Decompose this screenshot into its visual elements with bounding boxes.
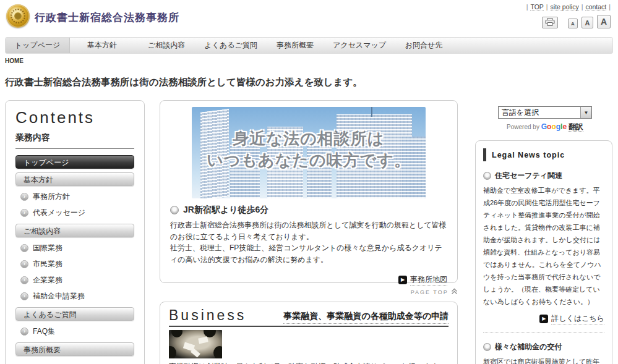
printer-icon xyxy=(545,17,555,28)
link-site-policy[interactable]: site policy xyxy=(551,3,579,11)
news-item-heading-text: 様々な補助金の交付 xyxy=(495,342,562,352)
news-header: Legal News topic xyxy=(483,148,604,161)
business-subheading: 事業融資、事業融資の各種助成金等の申請 xyxy=(283,311,448,324)
news-item-heading-text: 住宅セーフティ関連 xyxy=(495,171,562,181)
news-item-heading: 住宅セーフティ関連 xyxy=(483,171,604,181)
font-size-medium-button[interactable]: A xyxy=(582,17,593,28)
sidebar-menu: トップページ 基本方針 › 事務所方針 › 代表メッセージ ご相談内容 › 国際… xyxy=(15,155,134,356)
translate-link[interactable]: 翻訳 xyxy=(569,122,583,132)
photo-figure xyxy=(169,346,176,358)
nav-tab-policy[interactable]: 基本方針 xyxy=(70,38,134,53)
sidebar-item-international[interactable]: › 国際業務 xyxy=(20,243,134,253)
google-translate-credit: Powered by Google 翻訳 xyxy=(492,122,598,132)
global-nav: トップページ 基本方針 ご相談内容 よくあるご質問 事務所概要 アクセスマップ … xyxy=(5,37,613,54)
nav-tab-contact[interactable]: お問合せ先 xyxy=(392,38,456,53)
print-button[interactable] xyxy=(542,17,558,28)
business-header: Business 事業融資、事業融資の各種助成金等の申請 xyxy=(169,307,448,327)
utility-links: | TOP | site policy | contact | xyxy=(526,3,611,11)
separator: | xyxy=(526,3,528,11)
news-detail-link-label: 詳しくはこちら xyxy=(551,313,604,324)
sidebar: Contents 業務内容 トップページ 基本方針 › 事務所方針 › 代表メッ… xyxy=(5,100,145,364)
intro-paragraph-1: 行政書士新宿総合法務事務所は街の法務相談所として誠実を行動の規範として皆様のお役… xyxy=(170,219,447,242)
sidebar-item-label: 国際業務 xyxy=(33,243,62,253)
news-link-row: ▶ 詳しくはこちら xyxy=(483,311,604,324)
news-item-body: 補助金で空室改修工事ができます。平成26年度の民間住宅活用型住宅セーフティネット… xyxy=(483,184,604,308)
font-size-large-button[interactable]: A xyxy=(597,15,611,28)
heading-bar xyxy=(483,148,486,161)
language-select-value: 言語を選択 xyxy=(499,107,580,118)
dotted-divider xyxy=(483,332,604,332)
sidebar-item-faq-list[interactable]: › FAQ集 xyxy=(20,326,134,337)
business-title: Business xyxy=(169,307,246,324)
google-logo[interactable]: Google xyxy=(541,122,567,131)
separator: | xyxy=(609,3,611,11)
sidebar-item-corporate[interactable]: › 企業業務 xyxy=(20,275,134,286)
hero-image: 身近な法の相談所は いつもあなたの味方です。 xyxy=(192,107,426,198)
nav-tab-top[interactable]: トップページ xyxy=(6,38,70,53)
page: 行政書士新宿総合法務事務所 | TOP | site policy | cont… xyxy=(0,0,618,364)
photo-paper xyxy=(191,348,200,357)
sidebar-item-policy[interactable]: 基本方針 xyxy=(15,172,134,186)
language-select[interactable]: 言語を選択 ▼ xyxy=(498,106,592,119)
sidebar-item-label: FAQ集 xyxy=(33,326,55,337)
double-chevron-up-icon xyxy=(451,289,458,295)
nav-tab-access-map[interactable]: アクセスマップ xyxy=(327,38,392,53)
page-top-link[interactable]: PAGE TOP xyxy=(160,288,458,295)
legal-news-panel: Legal News topic 住宅セーフティ関連 補助金で空室改修工事ができ… xyxy=(475,140,612,364)
chevron-right-icon: › xyxy=(20,328,28,336)
sidebar-item-message[interactable]: › 代表メッセージ xyxy=(20,208,134,218)
hero-line1: 身近な法の相談所は xyxy=(192,128,426,150)
intro-paragraph-2: 社労士、税理士、FP技能士、経営コンサルタントの様々な意見から成るクオリティの高… xyxy=(170,242,447,265)
news-title: Legal News topic xyxy=(492,151,565,159)
news-item-body: 新宿区では商店街振興施策として昨年から継続して実施しています。起業を目指す方、新… xyxy=(483,355,604,364)
circle-bullet-icon xyxy=(483,172,491,180)
nav-tab-consultation[interactable]: ご相談内容 xyxy=(134,38,199,53)
main-content: 身近な法の相談所は いつもあなたの味方です。 JR新宿駅より徒歩6分 行政書士新… xyxy=(160,100,458,283)
sidebar-item-faq[interactable]: よくあるご質問 xyxy=(15,307,134,321)
sidebar-item-label: 市民業務 xyxy=(33,259,62,269)
sidebar-item-label: 事務所方針 xyxy=(33,192,70,202)
office-map-link[interactable]: ▶ 事務所地図 xyxy=(398,274,447,286)
sidebar-item-consultation[interactable]: ご相談内容 xyxy=(15,224,134,237)
sidebar-item-subsidy[interactable]: › 補助金申請業務 xyxy=(20,291,134,302)
sidebar-item-top[interactable]: トップページ xyxy=(15,155,134,169)
powered-by-label: Powered by xyxy=(507,124,539,130)
hero-line2: いつもあなたの味方です。 xyxy=(192,150,426,171)
chevron-right-icon: › xyxy=(20,209,28,217)
sidebar-item-office[interactable]: 事務所概要 xyxy=(15,342,134,356)
business-meeting-photo xyxy=(169,330,222,358)
toolbar: A A A xyxy=(542,15,611,28)
sidebar-item-office-policy[interactable]: › 事務所方針 xyxy=(20,192,134,202)
map-link-row: ▶ 事務所地図 xyxy=(170,273,447,286)
photo-paper xyxy=(198,337,208,344)
page-title: 行政書士新宿総合法務事務所は街の法務相談所として皆様のお力添えを致します。 xyxy=(5,76,363,89)
link-top[interactable]: TOP xyxy=(530,3,543,11)
hero-catchcopy: 身近な法の相談所は いつもあなたの味方です。 xyxy=(192,128,426,171)
sidebar-item-label: 補助金申請業務 xyxy=(33,291,85,302)
circle-bullet-icon xyxy=(170,206,179,214)
play-arrow-icon: ▶ xyxy=(398,276,407,284)
chevron-right-icon: › xyxy=(20,193,28,201)
office-map-link-label: 事務所地図 xyxy=(410,274,447,286)
sidebar-title: Contents xyxy=(15,108,134,127)
font-size-small-button[interactable]: A xyxy=(568,19,578,28)
page-top-label: PAGE TOP xyxy=(411,289,448,295)
news-detail-link[interactable]: ▶ 詳しくはこちら xyxy=(539,313,604,324)
access-heading-text: JR新宿駅より徒歩6分 xyxy=(183,205,268,216)
chevron-right-icon: › xyxy=(20,244,28,252)
separator: | xyxy=(582,3,583,11)
site-title: 行政書士新宿総合法務事務所 xyxy=(35,11,179,25)
header: 行政書士新宿総合法務事務所 | TOP | site policy | cont… xyxy=(0,0,618,36)
photo-figure xyxy=(213,346,222,358)
chevron-right-icon: › xyxy=(20,260,28,268)
sidebar-item-label: 代表メッセージ xyxy=(33,208,85,218)
link-contact[interactable]: contact xyxy=(585,3,606,11)
nav-tab-office[interactable]: 事務所概要 xyxy=(263,38,327,53)
sidebar-item-label: 企業業務 xyxy=(33,275,62,286)
chevron-right-icon: › xyxy=(20,292,28,300)
breadcrumb[interactable]: HOME xyxy=(5,57,24,64)
nav-tab-faq[interactable]: よくあるご質問 xyxy=(199,38,263,53)
sidebar-item-citizen[interactable]: › 市民業務 xyxy=(20,259,134,269)
business-paragraph: 事業融資は創業時に最も有利で且つ確実な融資・助成金申請サポートを行います。また、… xyxy=(169,361,448,364)
site-logo-icon[interactable] xyxy=(6,4,30,28)
